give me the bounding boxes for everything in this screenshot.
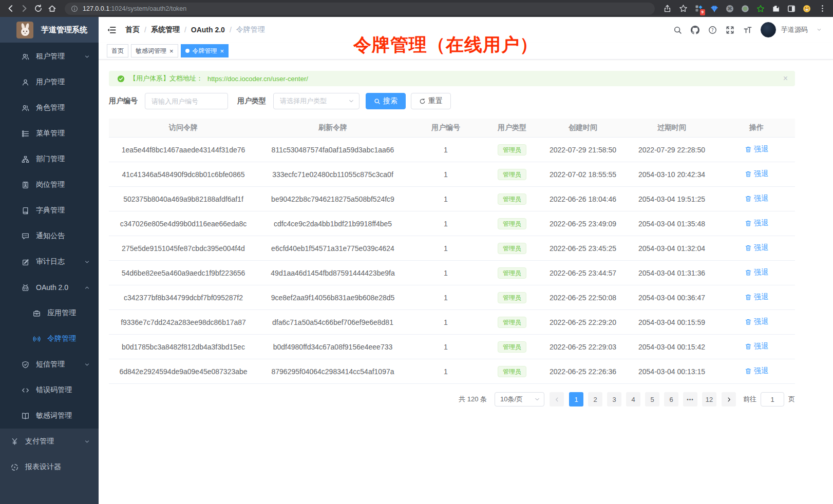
force-logout-button[interactable]: 强退 [745, 293, 768, 302]
sidebar-item-角色管理[interactable]: 角色管理 [0, 95, 99, 121]
bookmark-star-icon[interactable] [679, 4, 688, 13]
close-icon[interactable]: × [169, 48, 174, 54]
app-logo[interactable]: 芋道管理系统 [0, 17, 99, 43]
page-ellipsis[interactable]: ••• [683, 392, 697, 406]
sidebar-item-审计日志[interactable]: 审计日志 [0, 249, 99, 275]
user-id-input[interactable] [145, 93, 228, 109]
sidebar-item-令牌管理[interactable]: 令牌管理 [0, 326, 99, 352]
back-icon[interactable] [6, 4, 15, 13]
tab-敏感词管理[interactable]: 敏感词管理× [131, 44, 178, 57]
extgrid-extension-icon[interactable]: 9 [695, 5, 703, 13]
caret-down-icon[interactable] [817, 27, 822, 32]
avatar[interactable] [761, 22, 776, 37]
sidebar-item-敏感词管理[interactable]: 敏感词管理 [0, 403, 99, 429]
greenstar-extension-icon[interactable] [756, 5, 765, 13]
cmdcircle-extension-icon[interactable]: ⌘ [726, 5, 734, 13]
panel-extension-icon[interactable] [787, 5, 796, 13]
tab-令牌管理[interactable]: 令牌管理× [181, 44, 229, 57]
expire-time-cell: 2054-03-10 20:42:34 [626, 170, 718, 179]
chevron-left-icon [554, 397, 560, 402]
column-header: 访问令牌 [109, 123, 258, 132]
expire-time-cell: 2054-03-04 00:15:42 [626, 343, 718, 351]
sidebar-collapse-icon[interactable] [107, 25, 117, 35]
action-cell: 强退 [718, 219, 795, 228]
sidebar-item-OAuth 2.0[interactable]: OAuth 2.0 [0, 275, 99, 300]
page-number-4[interactable]: 4 [626, 392, 640, 406]
book-icon [22, 207, 29, 215]
share-icon[interactable] [663, 4, 672, 13]
sidebar-item-label: 应用管理 [47, 308, 76, 318]
sidebar-item-短信管理[interactable]: 短信管理 [0, 352, 99, 377]
alert-link[interactable]: https://doc.iocoder.cn/user-center/ [207, 75, 308, 83]
page-size-select[interactable]: 10条/页 [495, 392, 544, 406]
help-icon[interactable]: ? [708, 26, 717, 34]
search-button[interactable]: 搜索 [366, 93, 406, 109]
table-row: 1ea5e44f8bc1467aaede43144f31de76811c5304… [109, 138, 795, 162]
next-page-button[interactable] [722, 392, 736, 406]
user-type-badge: 管理员 [498, 243, 526, 254]
sidebar-item-用户管理[interactable]: 用户管理 [0, 69, 99, 95]
sidebar-item-租户管理[interactable]: 租户管理 [0, 44, 99, 69]
force-logout-button[interactable]: 强退 [745, 342, 768, 351]
close-icon[interactable]: × [783, 74, 788, 83]
breadcrumb-item[interactable]: 首页 [125, 25, 140, 34]
puzzle-extension-icon[interactable] [772, 5, 780, 13]
smiley-extension-icon[interactable] [803, 5, 811, 13]
force-logout-button[interactable]: 强退 [745, 145, 768, 154]
fullscreen-icon[interactable] [726, 26, 734, 34]
sidebar-item-字典管理[interactable]: 字典管理 [0, 198, 99, 223]
github-icon[interactable] [691, 26, 699, 34]
sidebar-item-支付管理[interactable]: 支付管理 [0, 429, 99, 454]
breadcrumb-item[interactable]: 系统管理 [151, 25, 180, 34]
tab-首页[interactable]: 首页 [107, 44, 128, 57]
force-logout-button[interactable]: 强退 [745, 366, 768, 376]
reload-icon[interactable] [34, 4, 43, 13]
search-icon[interactable] [673, 26, 682, 34]
gem-extension-icon[interactable] [710, 5, 718, 13]
sidebar-item-通知公告[interactable]: 通知公告 [0, 223, 99, 249]
goto-unit: 页 [788, 395, 795, 404]
prev-page-button[interactable] [550, 392, 564, 406]
browser-menu-icon[interactable] [818, 4, 827, 13]
username[interactable]: 芋道源码 [781, 25, 808, 34]
breadcrumb-item[interactable]: OAuth 2.0 [191, 26, 225, 34]
page-number-1[interactable]: 1 [569, 392, 583, 406]
page-number-5[interactable]: 5 [645, 392, 659, 406]
sidebar-item-报表设计器[interactable]: 报表设计器 [0, 454, 99, 480]
force-logout-button[interactable]: 强退 [745, 268, 768, 277]
sidebar-item-应用管理[interactable]: 应用管理 [0, 300, 99, 326]
trash-icon [745, 170, 752, 178]
page-number-3[interactable]: 3 [607, 392, 621, 406]
goto-label: 前往 [743, 395, 756, 404]
table-row: 41c41346a548490f9dc8b01c6bfe0865333ecfc7… [109, 162, 795, 187]
reset-button[interactable]: 重置 [411, 93, 451, 109]
address-bar[interactable]: 127.0.0.1:1024/system/oauth2/token [65, 3, 655, 15]
force-logout-button[interactable]: 强退 [745, 194, 768, 203]
page-number-12[interactable]: 12 [702, 392, 716, 406]
sidebar-item-岗位管理[interactable]: 岗位管理 [0, 172, 99, 198]
sidebar-item-菜单管理[interactable]: 菜单管理 [0, 121, 99, 146]
user-type-badge: 管理员 [498, 317, 526, 328]
site-info-icon[interactable] [71, 5, 78, 12]
goto-page-input[interactable] [761, 392, 784, 406]
sidebar-item-错误码管理[interactable]: 错误码管理 [0, 377, 99, 403]
shield-icon [22, 361, 29, 369]
sidebar-item-label: 岗位管理 [36, 180, 65, 189]
expire-time-cell: 2054-03-04 01:35:48 [626, 220, 718, 228]
user-type-select[interactable]: 请选择用户类型 [273, 93, 359, 109]
page-number-2[interactable]: 2 [588, 392, 602, 406]
force-logout-button[interactable]: 强退 [745, 243, 768, 253]
force-logout-button[interactable]: 强退 [745, 219, 768, 228]
reccircle-extension-icon[interactable] [741, 5, 749, 13]
forward-icon[interactable] [20, 4, 29, 13]
close-icon[interactable]: × [220, 48, 224, 54]
access-token-cell: 41c41346a548490f9dc8b01c6bfe0865 [109, 170, 258, 179]
page-number-6[interactable]: 6 [664, 392, 678, 406]
force-logout-button[interactable]: 强退 [745, 317, 768, 326]
column-header: 过期时间 [626, 123, 718, 132]
home-icon[interactable] [48, 4, 56, 13]
sidebar-item-label: 部门管理 [36, 154, 65, 164]
sidebar-item-部门管理[interactable]: 部门管理 [0, 146, 99, 172]
font-size-icon[interactable] [743, 26, 752, 34]
force-logout-button[interactable]: 强退 [745, 169, 768, 179]
